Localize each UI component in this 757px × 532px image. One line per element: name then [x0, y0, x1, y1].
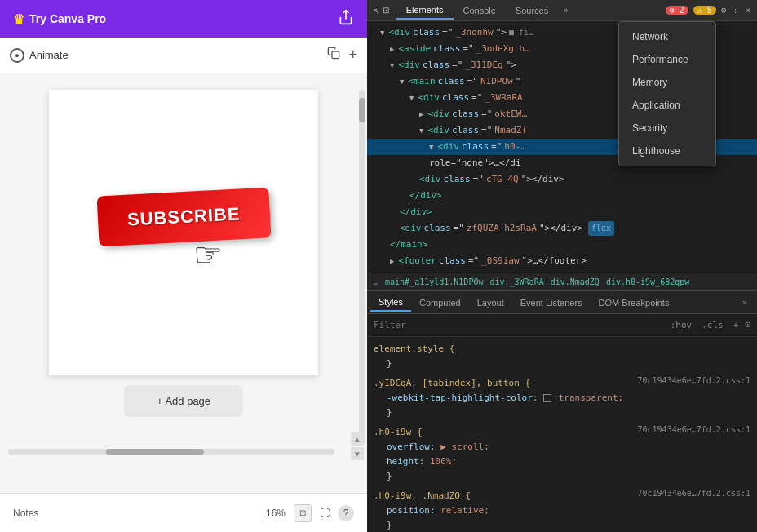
try-pro-label[interactable]: Try Canva Pro — [29, 12, 106, 25]
crown-icon: ♛ — [13, 11, 24, 27]
expand-styles-icon[interactable]: ⊡ — [745, 319, 750, 331]
color-swatch — [543, 394, 551, 402]
tab-dom-breakpoints[interactable]: DOM Breakpoints — [591, 295, 678, 311]
devtools-panel: ↖ ⊡ Elements Console Sources » ⊗ 2 ⚠ 5 ⚙… — [367, 0, 757, 532]
animate-button[interactable]: ● Animate — [10, 48, 69, 63]
breadcrumb-item-divh0[interactable]: div.h0-i9w_682gpw — [606, 277, 689, 286]
tab-layout[interactable]: Layout — [469, 295, 512, 311]
scroll-bar[interactable] — [359, 90, 365, 444]
scroll-up-arrow[interactable]: ▲ — [351, 432, 364, 446]
canvas-page: SUBSCRIBE ☞ — [49, 90, 318, 375]
devtools-cursor-icon[interactable]: ↖ — [374, 4, 380, 16]
collapse-triangle: ▼ — [380, 25, 384, 40]
breadcrumb-item-divnmad[interactable]: div.NmadZQ — [551, 277, 600, 286]
devtools-breadcrumb: … main#_a11yld1.N1DPOw div._3WRaRA div.N… — [367, 273, 757, 291]
devtools-header: ↖ ⊡ Elements Console Sources » ⊗ 2 ⚠ 5 ⚙… — [367, 0, 757, 21]
css-line: } — [374, 406, 750, 420]
css-line: } — [374, 357, 750, 371]
scroll-arrows: ▲ ▼ — [351, 432, 364, 460]
html-line[interactable]: ▶ <footer class="_0S9iaw">…</footer> — [367, 253, 757, 269]
settings-icon[interactable]: ⚙ — [721, 5, 727, 16]
warning-badge: ⚠ 5 — [693, 6, 716, 15]
dropdown-item-application[interactable]: Application — [619, 94, 715, 117]
filter-buttons: :hov .cls + ⊡ — [667, 319, 750, 331]
share-button[interactable] — [338, 9, 354, 29]
canva-header-left: ♛ Try Canva Pro — [13, 11, 106, 27]
hov-filter-button[interactable]: :hov — [667, 319, 696, 331]
canva-editor: ♛ Try Canva Pro ● Animate + — [0, 0, 367, 532]
breadcrumb-item-div3w[interactable]: div._3WRaRA — [489, 277, 543, 286]
dropdown-item-network[interactable]: Network — [619, 25, 715, 48]
scroll-thumb[interactable] — [359, 98, 365, 122]
scroll-down-arrow[interactable]: ▼ — [351, 447, 364, 460]
add-class-button[interactable]: + — [730, 319, 742, 331]
h-scroll-thumb[interactable] — [106, 449, 204, 455]
fullscreen-icon[interactable]: ⛶ — [320, 508, 330, 519]
tab-elements[interactable]: Elements — [396, 2, 454, 20]
tab-computed[interactable]: Computed — [411, 295, 469, 311]
bottom-bar-right: 16% ⊡ ⛶ ? — [266, 504, 354, 522]
html-line[interactable]: <div class="zfQUZA h2sRaA"></div> flex — [367, 220, 757, 237]
html-line[interactable]: </div> — [367, 204, 757, 220]
css-block-yidcqa: .yIDCqA, [tabindex], button { 70c19434e6… — [367, 375, 757, 422]
bottom-bar: Notes 16% ⊡ ⛶ ? — [0, 493, 367, 532]
add-icon[interactable]: + — [348, 47, 357, 64]
breadcrumb-ellipsis[interactable]: … — [374, 277, 378, 286]
more-tabs-dropdown: Network Performance Memory Application S… — [618, 21, 716, 166]
filter-bar: :hov .cls + ⊡ — [367, 314, 757, 337]
subscribe-text: SUBSCRIBE — [126, 203, 241, 229]
dropdown-item-performance[interactable]: Performance — [619, 48, 715, 71]
tab-sources[interactable]: Sources — [506, 2, 558, 19]
dropdown-item-security[interactable]: Security — [619, 117, 715, 140]
css-block-h0-i9w: .h0-i9w { 70c19434e6e…7fd.2.css:1 overfl… — [367, 423, 757, 485]
css-line: } — [374, 518, 750, 532]
css-line: -webkit-tap-highlight-color: transparent… — [374, 391, 750, 406]
canva-header: ♛ Try Canva Pro — [0, 0, 367, 38]
collapse-triangle: ▼ — [409, 91, 414, 105]
flex-badge: flex — [588, 221, 614, 236]
html-line[interactable]: <div class="cTG_4Q"></div> — [367, 171, 757, 188]
expand-triangle: ▶ — [419, 107, 423, 122]
canva-toolbar: ● Animate + — [0, 38, 367, 73]
css-source-line: .h0-i9w { 70c19434e6e…7fd.2.css:1 — [374, 425, 750, 440]
page-icon[interactable]: ⊡ — [294, 504, 312, 522]
css-block-element-style: element.style { } — [367, 340, 757, 373]
css-line: height: 100%; — [374, 454, 750, 469]
devtools-responsive-icon[interactable]: ⊡ — [383, 4, 390, 16]
toolbar-icons: + — [327, 47, 357, 64]
css-source-ref[interactable]: 70c19434e6e…7fd.2.css:1 — [638, 376, 750, 391]
tab-console[interactable]: Console — [454, 2, 506, 19]
css-source-ref[interactable]: 70c19434e6e…7fd.2.css:1 — [638, 425, 750, 440]
collapse-triangle: ▼ — [419, 123, 423, 138]
zoom-level: 16% — [266, 508, 286, 519]
html-line[interactable]: </main> — [367, 237, 757, 253]
more-styles-tabs[interactable]: » — [735, 294, 754, 311]
dropdown-item-lighthouse[interactable]: Lighthouse — [619, 140, 715, 162]
filter-input[interactable] — [374, 320, 661, 330]
breadcrumb-item-main[interactable]: main#_a11yld1.N1DPOw — [385, 277, 483, 286]
animate-label: Animate — [29, 49, 69, 61]
css-line: position: relative; — [374, 503, 750, 518]
html-line[interactable]: </div> — [367, 188, 757, 204]
collapse-triangle: ▼ — [400, 74, 404, 89]
vertical-dots-icon[interactable]: ⋮ — [731, 5, 740, 16]
css-source-ref[interactable]: 70c19434e6e…7fd.2.css:1 — [638, 489, 750, 503]
collapse-triangle: ▼ — [429, 140, 433, 154]
css-source-line: .h0-i9w, .NmadZQ { 70c19434e6e…7fd.2.css… — [374, 489, 750, 503]
close-devtools-icon[interactable]: ✕ — [745, 5, 750, 16]
more-tabs-button[interactable]: » — [558, 5, 573, 16]
expand-triangle: ▶ — [390, 42, 394, 56]
cls-filter-button[interactable]: .cls — [698, 319, 727, 331]
tab-event-listeners[interactable]: Event Listeners — [512, 295, 591, 311]
styles-tabs: Styles Computed Layout Event Listeners D… — [367, 291, 757, 314]
horizontal-scrollbar[interactable] — [8, 449, 334, 455]
css-selector-text: element.style { — [374, 344, 454, 354]
dropdown-item-memory[interactable]: Memory — [619, 71, 715, 94]
svg-rect-1 — [332, 51, 339, 59]
copy-icon[interactable] — [327, 47, 340, 64]
css-source-line: .yIDCqA, [tabindex], button { 70c19434e6… — [374, 376, 750, 391]
add-page-button[interactable]: + Add page — [124, 385, 243, 417]
tab-styles[interactable]: Styles — [370, 294, 411, 312]
styles-content: element.style { } .yIDCqA, [tabindex], b… — [367, 337, 757, 532]
help-icon[interactable]: ? — [338, 505, 354, 521]
